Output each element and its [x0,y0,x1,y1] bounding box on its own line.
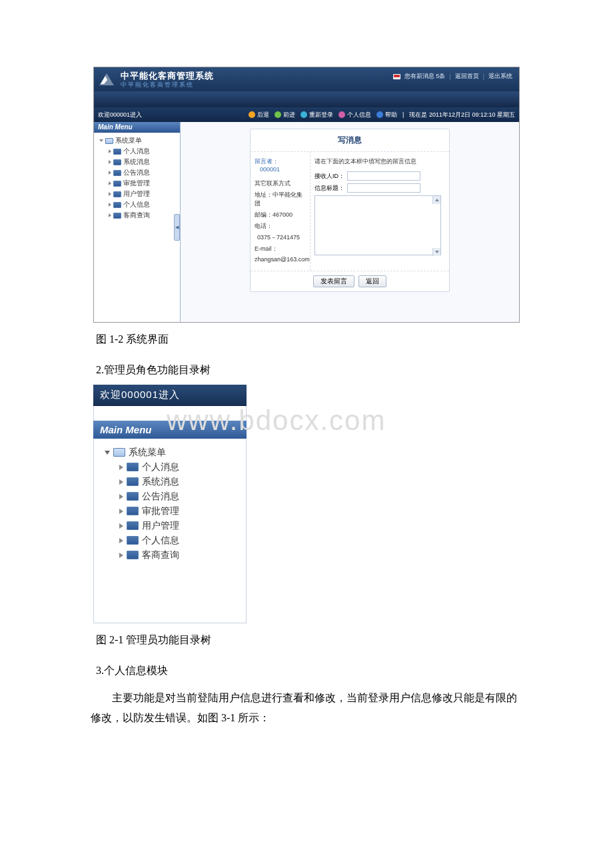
subject-input[interactable] [347,183,420,193]
postcode-text: 邮编：467000 [255,211,306,219]
tree-item[interactable]: 系统消息 [97,157,177,167]
time-text: 现在是 2011年12月2日 09:12:10 星期五 [409,111,515,119]
relogin-button[interactable]: 重新登录 [301,111,333,119]
tree-item-label: 个人消息 [142,461,179,473]
scroll-up-icon[interactable] [432,196,440,204]
help-icon [376,111,383,118]
section-2-title: 2.管理员角色功能目录树 [96,360,520,380]
tree-item-label: 个人信息 [123,200,150,209]
home-link[interactable]: 返回首页 [455,72,479,81]
app-title: 中平能化客商管理系统 中平能化客商管理系统 [121,70,214,89]
panel-title: 写消息 [251,129,449,152]
folder-icon [127,521,139,530]
separator: | [449,73,450,80]
panel-left: 留言者： 000001 其它联系方式 地址：中平能化集团 邮编：467000 电… [251,152,310,271]
tree-item[interactable]: 个人消息 [98,460,242,475]
scroll-down-icon[interactable] [432,248,440,256]
tree-root[interactable]: 系统菜单 [97,135,177,146]
back-button[interactable]: 后退 [249,111,269,119]
submit-button[interactable]: 发表留言 [313,275,354,287]
chevron-right-icon [109,149,111,153]
forward-button[interactable]: 前进 [275,111,295,119]
titlebar: 中平能化客商管理系统 中平能化客商管理系统 您有新消息 5条 | 返回首页 | … [94,67,519,91]
receiver-label: 接收人ID： [314,172,344,181]
welcome-bar: 欢迎000001进入 [93,385,247,406]
screenshot-system-ui: 中平能化客商管理系统 中平能化客商管理系统 您有新消息 5条 | 返回首页 | … [93,67,520,323]
back-icon [249,111,255,118]
folder-open-icon [105,138,113,144]
tree-item[interactable]: 客商查询 [97,210,177,221]
sidebar-collapse-handle[interactable] [174,214,180,241]
folder-icon [113,202,121,208]
chevron-down-icon [105,451,110,455]
subject-label: 信息标题： [314,184,344,193]
tree-item[interactable]: 审批管理 [98,504,242,519]
tree-item[interactable]: 个人消息 [97,146,177,157]
tree-item[interactable]: 公告消息 [98,489,242,504]
profile-button[interactable]: 个人信息 [338,111,371,119]
tree-item[interactable]: 系统消息 [98,475,242,489]
forward-icon [275,111,281,118]
tree-item[interactable]: 个人信息 [97,199,177,210]
email-label: E-mail： [255,245,306,253]
main-menu-header: Main Menu [94,122,180,133]
relogin-icon [301,111,307,118]
chevron-down-icon [99,139,103,142]
chevron-right-icon [109,213,111,217]
folder-icon [113,170,121,176]
folder-icon [127,507,139,515]
chevron-right-icon [109,181,111,185]
forward-label: 前进 [283,111,295,119]
chevron-right-icon [109,160,111,164]
tree-item[interactable]: 用户管理 [98,519,242,533]
phone-text: 0375－7241475 [257,233,306,242]
tree-item[interactable]: 个人信息 [98,533,242,548]
tree-item-label: 审批管理 [142,505,179,517]
back-button[interactable]: 返回 [358,275,386,287]
tree-item[interactable]: 公告消息 [97,167,177,178]
folder-icon [113,181,121,187]
back-label: 后退 [257,111,269,119]
chevron-right-icon [109,192,111,196]
phone-label: 电话： [255,222,306,231]
folder-icon [127,492,139,501]
tree-item[interactable]: 客商查询 [98,548,242,563]
separator: | [483,73,484,80]
screenshot-sidebar-zoom: 欢迎000001进入 Main Menu 系统菜单 个人消息 系统消息 公告消息… [93,385,247,623]
tree-item[interactable]: 审批管理 [97,178,177,189]
address-text: 地址：中平能化集团 [255,191,306,208]
tree-item-label: 客商查询 [123,211,150,220]
email-text: zhangsan@163.com [255,256,306,263]
author-id: 000001 [260,166,306,173]
tree-item[interactable]: 用户管理 [97,189,177,199]
instruction-text: 请在下面的文本框中填写您的留言信息 [314,157,445,166]
tree-item-label: 用户管理 [123,189,150,199]
logout-link[interactable]: 退出系统 [488,72,512,81]
chevron-right-icon [119,509,123,514]
receiver-input[interactable] [347,171,420,181]
newmsg-link[interactable]: 您有新消息 5条 [404,72,446,81]
section-3-body: 主要功能是对当前登陆用户信息进行查看和修改，当前登录用户信息修改只能是有限的修改… [91,688,520,729]
toolbar: 欢迎000001进入 后退 前进 重新登录 个人信息 帮助 | 现在是 2011… [94,107,519,122]
chevron-right-icon [119,465,123,470]
tree-root[interactable]: 系统菜单 [98,445,242,460]
app-title-text: 中平能化客商管理系统 [121,71,214,81]
nav-tree: 系统菜单 个人消息 系统消息 公告消息 审批管理 用户管理 个人信息 客商查询 [93,439,247,623]
tree-item-label: 客商查询 [142,549,179,561]
header-band [94,91,519,107]
chevron-right-icon [109,203,111,207]
caption-1-2: 图 1-2 系统界面 [96,329,520,349]
tree-item-label: 个人信息 [142,535,179,547]
tree-item-label: 个人消息 [123,147,150,156]
message-textarea[interactable] [314,195,441,255]
folder-icon [127,463,139,471]
tree-root-label: 系统菜单 [129,447,166,459]
separator: | [402,111,404,118]
tree-item-label: 系统消息 [123,157,150,167]
profile-icon [338,111,345,118]
help-button[interactable]: 帮助 [376,111,397,119]
folder-icon [127,551,139,559]
sidebar: Main Menu 系统菜单 个人消息 系统消息 公告消息 审批管理 用户管理 … [94,122,181,322]
help-label: 帮助 [385,111,397,119]
relogin-label: 重新登录 [309,111,333,119]
